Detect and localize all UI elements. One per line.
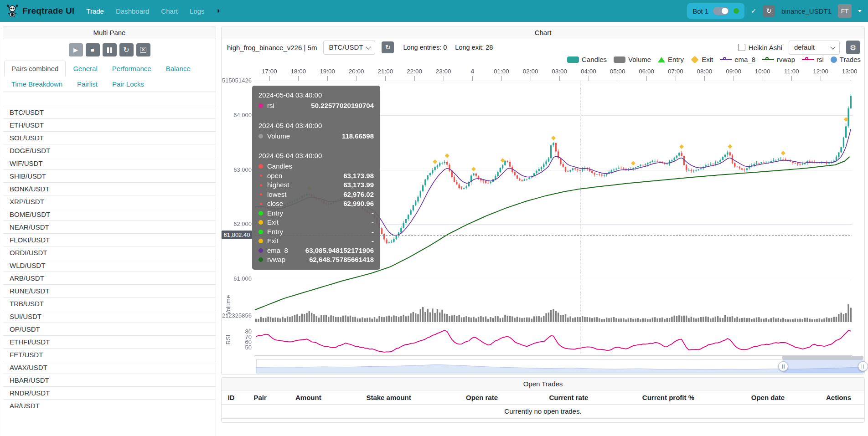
heikin-ashi-control: Heikin Ashi <box>738 44 782 51</box>
pair-list-item[interactable]: SOL/USDT <box>3 131 216 144</box>
tab-balance[interactable]: Balance <box>159 61 198 77</box>
legend-item-trades[interactable]: Trades <box>831 56 861 63</box>
plot-config-value: default <box>794 43 815 51</box>
pair-list-item[interactable]: BTC/USDT <box>3 106 216 118</box>
pair-list-item[interactable]: NEAR/USDT <box>3 221 216 233</box>
rsi-axis-title: RSI <box>225 324 232 356</box>
column-header-id: ID <box>222 394 241 401</box>
price-axis-label: 61,000 <box>222 275 252 282</box>
refresh-chart-button[interactable]: ↻ <box>382 41 394 53</box>
plot-config-select[interactable]: default <box>789 41 840 55</box>
legend-label: rsi <box>816 56 824 63</box>
nav-link-dashboard[interactable]: Dashboard <box>116 7 149 15</box>
legend-item-ema_8[interactable]: ema_8 <box>720 56 755 63</box>
pair-list-item[interactable]: RNDR/USDT <box>3 386 216 399</box>
tab-pairlist[interactable]: Pairlist <box>70 76 105 92</box>
column-header-pair: Pair <box>241 394 279 401</box>
pair-list-item[interactable]: SHIB/USDT <box>3 169 216 182</box>
chevron-down-icon[interactable] <box>858 10 862 12</box>
pair-list-item[interactable]: FLOKI/USDT <box>3 233 216 246</box>
time-axis-label: 22:00 <box>403 68 425 75</box>
column-header-open-date: Open date <box>723 394 813 401</box>
legend-item-rsi[interactable]: rsi <box>802 56 824 63</box>
chart-controls: high_frog_binance_v226 | 5m BTC/USDT ↻ L… <box>227 40 860 55</box>
plot-settings-button[interactable]: ⚙ <box>846 41 860 54</box>
pair-list-item[interactable]: AVAX/USDT <box>3 361 216 374</box>
legend-item-exit[interactable]: Exit <box>691 56 713 63</box>
force-exit-button[interactable]: ✕ <box>136 43 150 56</box>
time-axis-label: 13:00 <box>839 68 861 75</box>
bot-selector[interactable]: Bot 1 <box>687 3 744 19</box>
pause-icon <box>107 47 112 53</box>
exit-diamond-icon <box>691 56 699 63</box>
tab-performance[interactable]: Performance <box>105 61 159 77</box>
nav-link-logs[interactable]: Logs <box>190 7 205 15</box>
time-axis-label: 04:00 <box>578 68 599 75</box>
time-axis-label: 06:00 <box>636 68 657 75</box>
multi-pane-tabs: Pairs combinedGeneralPerformanceBalanceT… <box>3 61 216 92</box>
pause-button[interactable] <box>103 43 117 56</box>
pair-list-item[interactable]: TRB/USDT <box>3 297 216 310</box>
tab-time-breakdown[interactable]: Time Breakdown <box>4 76 70 92</box>
tab-general[interactable]: General <box>66 61 104 77</box>
datazoom-handle-right[interactable] <box>858 361 868 371</box>
pair-list-item[interactable]: XRP/USDT <box>3 195 216 208</box>
datazoom-scrollbar[interactable] <box>782 356 863 359</box>
pair-list: BTC/USDTETH/USDTSOL/USDTDOGE/USDTWIF/USD… <box>3 106 216 412</box>
start-button[interactable]: ▶ <box>69 43 83 56</box>
reload-config-button[interactable]: ↻ <box>119 43 134 56</box>
price-axis-label: 63,000 <box>222 166 252 173</box>
pair-list-item[interactable]: BONK/USDT <box>3 182 216 195</box>
pair-list-item[interactable]: ORDI/USDT <box>3 246 216 259</box>
tab-pair-locks[interactable]: Pair Locks <box>105 76 151 92</box>
avatar[interactable]: FT <box>838 4 852 18</box>
legend-item-entry[interactable]: Entry <box>658 56 684 63</box>
brand[interactable]: Freqtrade UI <box>6 4 74 18</box>
pair-list-item[interactable]: SUI/USDT <box>3 310 216 323</box>
chart-panel: Chart high_frog_binance_v226 | 5m BTC/US… <box>221 26 865 375</box>
freqtrade-logo-icon <box>6 4 18 18</box>
heikin-ashi-checkbox[interactable] <box>738 44 745 51</box>
pair-list-item[interactable]: HBAR/USDT <box>3 374 216 386</box>
tab-pairs-combined[interactable]: Pairs combined <box>4 61 66 77</box>
legend-item-volume[interactable]: Volume <box>614 56 651 63</box>
long-entries-stat: Long entries: 0 <box>403 44 447 51</box>
legend-item-rvwap[interactable]: rvwap <box>762 56 795 63</box>
open-trades-panel: Open Trades IDPairAmountStake amountOpen… <box>221 377 865 423</box>
reload-bot-button[interactable]: ↻ <box>763 5 775 17</box>
pair-select[interactable]: BTC/USDT <box>323 41 375 55</box>
pair-list-item[interactable]: DOGE/USDT <box>3 144 216 157</box>
chart-legend: CandlesVolumeEntryExitema_8rvwaprsiTrade… <box>567 56 861 63</box>
column-header-current-rate: Current rate <box>524 394 614 401</box>
pair-list-item[interactable]: ARB/USDT <box>3 272 216 284</box>
pair-list-item[interactable]: BOME/USDT <box>3 208 216 221</box>
candlestick-chart-canvas[interactable] <box>222 70 864 376</box>
navbar-right: Bot 1 ✓ ↻ binance_USDT1 FT <box>687 3 862 19</box>
pair-list-item[interactable]: WLD/USDT <box>3 259 216 272</box>
time-axis-label: 02:00 <box>520 68 542 75</box>
time-axis-label: 11:00 <box>780 68 802 75</box>
chart-panel-title: Chart <box>222 26 864 39</box>
multi-pane-title: Multi Pane <box>3 26 216 39</box>
account-name: binance_USDT1 <box>781 7 832 15</box>
pair-list-item[interactable]: AR/USDT <box>3 399 216 412</box>
pair-list-item[interactable]: OP/USDT <box>3 323 216 335</box>
nav-link-chart[interactable]: Chart <box>161 7 178 15</box>
bot-label: Bot 1 <box>692 7 708 15</box>
time-axis-label: 17:00 <box>258 68 280 75</box>
theme-toggle-icon[interactable]: ◑ <box>216 6 220 15</box>
pair-list-item[interactable]: FET/USDT <box>3 348 216 361</box>
datazoom-handle-left[interactable] <box>778 361 788 371</box>
open-trades-empty-text: Currently no open trades. <box>222 405 864 419</box>
pair-list-item[interactable]: ETHFI/USDT <box>3 335 216 348</box>
nav-link-trade[interactable]: Trade <box>86 7 104 15</box>
legend-item-candles[interactable]: Candles <box>567 56 607 63</box>
stop-button[interactable]: ■ <box>86 43 100 56</box>
pair-list-item[interactable]: ETH/USDT <box>3 118 216 131</box>
time-axis-label: 01:00 <box>491 68 512 75</box>
pair-list-item[interactable]: WIF/USDT <box>3 157 216 169</box>
pair-list-item[interactable]: RUNE/USDT <box>3 284 216 297</box>
signal-stats: Long entries: 0 Long exit: 28 <box>403 44 493 51</box>
bot-toggle[interactable] <box>713 7 729 15</box>
open-trades-header-row: IDPairAmountStake amountOpen rateCurrent… <box>222 390 864 405</box>
